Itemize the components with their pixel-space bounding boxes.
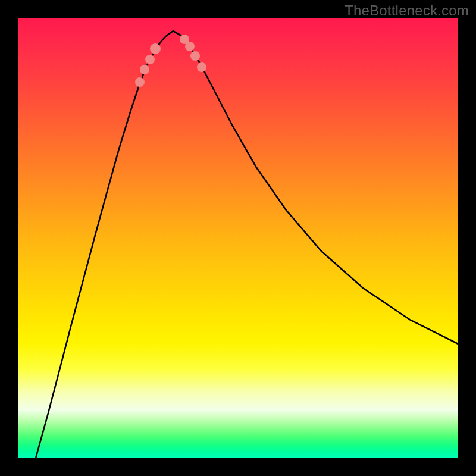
marker-dot <box>135 77 145 87</box>
marker-dot <box>150 43 161 54</box>
marker-layer <box>135 32 206 87</box>
bottleneck-curve <box>36 31 458 458</box>
marker-dot <box>185 42 195 51</box>
plot-area <box>18 18 458 458</box>
chart-svg <box>18 18 458 458</box>
chart-frame: TheBottleneck.com <box>0 0 476 476</box>
marker-dot <box>190 51 200 61</box>
marker-dot <box>197 62 206 72</box>
marker-dot <box>145 55 155 64</box>
watermark-text: TheBottleneck.com <box>345 2 469 19</box>
marker-dot <box>140 65 149 74</box>
